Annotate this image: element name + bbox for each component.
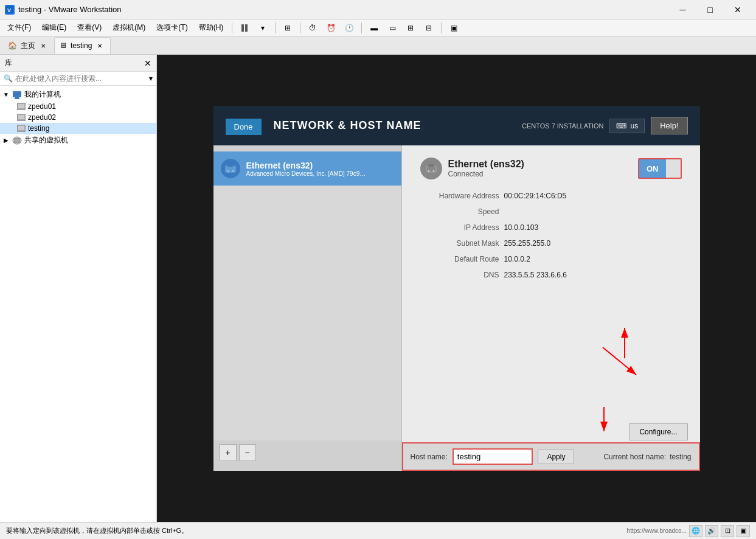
snapshot-button[interactable]: ⏱: [304, 21, 321, 35]
computer-icon: [12, 90, 22, 100]
search-dropdown-icon[interactable]: ▾: [149, 74, 153, 83]
svg-text:V: V: [7, 7, 11, 13]
window-controls: ─ □ ✕: [669, 0, 751, 19]
help-button[interactable]: Help!: [651, 117, 687, 134]
close-button[interactable]: ✕: [724, 0, 751, 19]
menu-tab[interactable]: 选项卡(T): [151, 21, 192, 34]
title-bar: V testing - VMware Workstation ─ □ ✕: [0, 0, 756, 19]
testing-tab-label: testing: [71, 41, 92, 50]
sidebar-search-bar[interactable]: 🔍 ▾: [0, 72, 156, 86]
view3-button[interactable]: ⊞: [402, 21, 419, 35]
network-detail: Ethernet (ens32) Connected ON H: [402, 145, 700, 471]
toolbar-separator-1: [232, 23, 232, 33]
view1-button[interactable]: ▬: [366, 21, 383, 35]
installer-body: Ethernet (ens32) Advanced Micro Devices,…: [213, 145, 700, 471]
centos-label: CENTOS 7 INSTALLATION: [522, 122, 603, 130]
detail-name-status: Ethernet (ens32) Connected: [448, 159, 524, 178]
tab-bar: 🏠 主页 ✕ 🖥 testing ✕: [0, 37, 756, 55]
installer-panel: Done NETWORK & HOST NAME CENTOS 7 INSTAL…: [213, 106, 700, 471]
view2-button[interactable]: ▭: [384, 21, 401, 35]
sidebar-item-my-computer[interactable]: ▼ 我的计算机: [0, 88, 156, 101]
sidebar-item-zpedu01[interactable]: zpedu01: [0, 101, 156, 112]
configure-button[interactable]: Configure...: [629, 423, 687, 440]
vmware-icon: V: [5, 5, 15, 15]
detail-route-row: Default Route 10.0.0.2: [420, 255, 682, 263]
section-title: NETWORK & HOST NAME: [274, 119, 522, 132]
pause-icon: [241, 24, 248, 32]
status-icon-usb[interactable]: ⊡: [721, 525, 734, 537]
snapshot3-button[interactable]: 🕐: [341, 21, 358, 35]
sidebar-label-zpedu01: zpedu01: [28, 102, 56, 111]
status-url: https://www.broadco...: [627, 527, 687, 534]
svg-rect-2: [13, 91, 21, 97]
detail-adapter-icon: [420, 158, 442, 179]
tab-home[interactable]: 🏠 主页 ✕: [2, 37, 54, 54]
svg-rect-19: [426, 166, 436, 172]
menu-bar: 文件(F) 编辑(E) 查看(V) 虚拟机(M) 选项卡(T) 帮助(H) ▾ …: [0, 19, 756, 37]
menu-view[interactable]: 查看(V): [72, 21, 106, 34]
language-box[interactable]: ⌨ us: [609, 119, 645, 133]
svg-rect-8: [18, 115, 24, 119]
status-icons: https://www.broadco... 🌐 🔊 ⊡ ▣: [627, 525, 750, 537]
toolbar-separator-3: [300, 23, 300, 33]
maximize-button[interactable]: □: [696, 0, 724, 19]
keyboard-icon: ⌨: [616, 122, 626, 130]
tab-testing[interactable]: 🖥 testing ✕: [54, 37, 111, 54]
hardware-address-value: 00:0C:29:14:C6:D5: [504, 192, 567, 200]
toggle-on-label: ON: [639, 159, 666, 178]
toolbar-separator-4: [361, 23, 362, 33]
detail-subnet-row: Subnet Mask 255.255.255.0: [420, 239, 682, 248]
svg-point-16: [232, 170, 234, 172]
default-route-value: 10.0.0.2: [504, 255, 530, 263]
content-area[interactable]: Done NETWORK & HOST NAME CENTOS 7 INSTAL…: [157, 55, 756, 522]
remove-network-button[interactable]: −: [239, 444, 256, 461]
home-tab-close[interactable]: ✕: [39, 41, 47, 50]
vm-screen[interactable]: Done NETWORK & HOST NAME CENTOS 7 INSTAL…: [213, 106, 700, 471]
svg-rect-4: [14, 99, 20, 99]
testing-tab-close[interactable]: ✕: [95, 41, 104, 50]
detail-ip-row: IP Address 10.0.0.103: [420, 223, 682, 232]
apply-button[interactable]: Apply: [538, 450, 574, 464]
sidebar-item-zpedu02[interactable]: zpedu02: [0, 112, 156, 123]
menu-file[interactable]: 文件(F): [2, 21, 36, 34]
sidebar-label-testing: testing: [28, 124, 49, 133]
svg-point-21: [428, 170, 429, 172]
hostname-input[interactable]: [454, 450, 532, 464]
add-network-button[interactable]: +: [220, 444, 237, 461]
view5-button[interactable]: ▣: [445, 21, 462, 35]
search-input[interactable]: [15, 74, 147, 83]
sidebar-item-shared-vms[interactable]: ▶ 共享的虚拟机: [0, 134, 156, 147]
svg-rect-10: [18, 126, 24, 130]
dns-value: 233.5.5.5 233.6.6.6: [504, 271, 567, 279]
speed-label: Speed: [420, 207, 499, 216]
send-keys-button[interactable]: ⊞: [279, 21, 296, 35]
sidebar-item-testing[interactable]: testing: [0, 123, 156, 134]
hostname-label: Host name:: [411, 453, 448, 461]
sidebar-label-shared: 共享的虚拟机: [24, 135, 68, 145]
toolbar-dropdown-button[interactable]: ▾: [254, 21, 271, 35]
sidebar-close-icon[interactable]: ✕: [144, 58, 151, 68]
detail-adapter-status: Connected: [448, 170, 524, 178]
status-icon-network[interactable]: 🌐: [689, 525, 702, 537]
minimize-button[interactable]: ─: [669, 0, 696, 19]
sidebar-tree: ▼ 我的计算机 zpedu01 zpedu02 testing ▶ 共享的虚拟机: [0, 86, 156, 522]
svg-rect-3: [15, 97, 19, 99]
status-icon-display[interactable]: ▣: [737, 525, 750, 537]
snapshot2-button[interactable]: ⏰: [322, 21, 339, 35]
menu-help[interactable]: 帮助(H): [194, 21, 229, 34]
pause-button[interactable]: [236, 21, 253, 35]
view4-button[interactable]: ⊟: [420, 21, 437, 35]
subnet-mask-label: Subnet Mask: [420, 239, 499, 248]
network-adapter-item[interactable]: Ethernet (ens32) Advanced Micro Devices,…: [213, 151, 401, 186]
testing-tab-icon: 🖥: [60, 41, 67, 50]
menu-edit[interactable]: 编辑(E): [37, 21, 71, 34]
done-button[interactable]: Done: [226, 119, 262, 135]
svg-point-22: [432, 170, 434, 172]
toggle-button[interactable]: ON: [638, 158, 682, 179]
network-list: Ethernet (ens32) Advanced Micro Devices,…: [213, 145, 402, 471]
sidebar-item-my-computer-label: 我的计算机: [24, 89, 61, 100]
language-value: us: [630, 122, 638, 130]
window-title: testing - VMware Workstation: [18, 5, 122, 14]
menu-vm[interactable]: 虚拟机(M): [108, 21, 150, 34]
status-icon-audio[interactable]: 🔊: [705, 525, 718, 537]
